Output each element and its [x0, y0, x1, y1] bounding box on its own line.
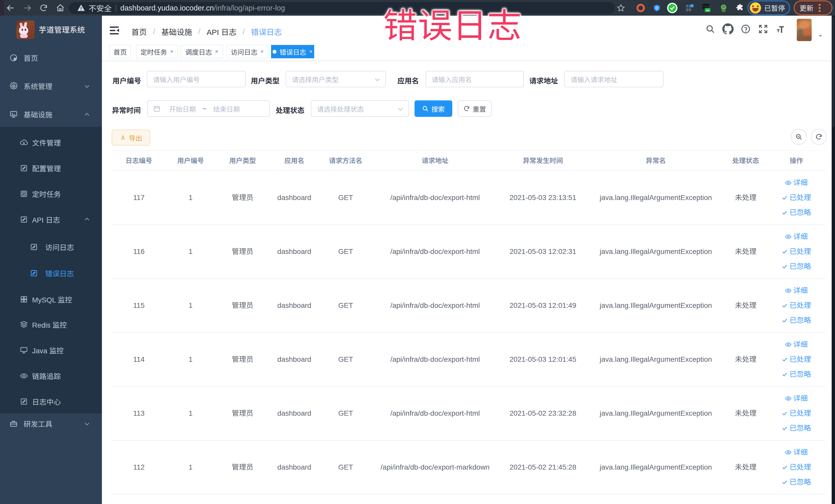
svg-text:on: on [706, 8, 710, 12]
